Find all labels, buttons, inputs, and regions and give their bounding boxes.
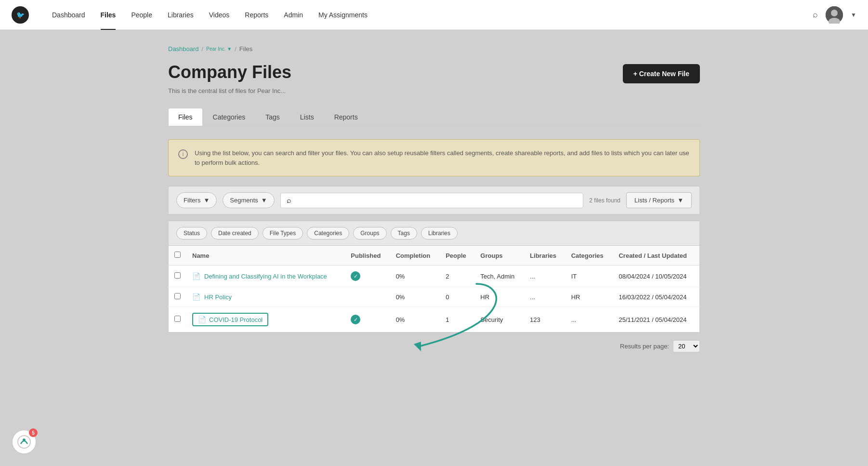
bottom-badge[interactable]: 5 — [12, 429, 37, 454]
select-all-checkbox[interactable] — [174, 252, 181, 258]
row2-checkbox[interactable] — [174, 293, 181, 299]
chevron-down-icon: ▼ — [227, 46, 232, 52]
row1-groups: Tech, Admin — [474, 266, 524, 287]
files-found: 2 files found — [589, 197, 620, 204]
row3-checkbox[interactable] — [174, 316, 181, 322]
page-title: Company Files — [168, 62, 291, 82]
search-icon[interactable]: ⌕ — [813, 10, 818, 20]
published-check-icon: ✓ — [351, 271, 360, 281]
col-created: Created / Last Updated — [613, 246, 699, 266]
col-groups: Groups — [474, 246, 524, 266]
nav-files[interactable]: Files — [93, 0, 124, 30]
row3-name-cell: 📄 COVID-19 Protocol — [186, 307, 345, 333]
filters-label: Filters — [184, 197, 200, 204]
row3-file-link[interactable]: COVID-19 Protocol — [209, 316, 263, 323]
row2-groups: HR — [474, 287, 524, 307]
row1-published-cell: ✓ — [345, 266, 390, 287]
col-libraries: Libraries — [524, 246, 566, 266]
nav-videos[interactable]: Videos — [201, 0, 237, 30]
nav-reports[interactable]: Reports — [237, 0, 276, 30]
published-check-icon: ✓ — [351, 315, 360, 324]
tab-reports[interactable]: Reports — [324, 108, 368, 126]
lists-reports-button[interactable]: Lists / Reports ▼ — [626, 192, 692, 208]
nav-people[interactable]: People — [123, 0, 160, 30]
chip-tags[interactable]: Tags — [391, 227, 417, 240]
search-input[interactable] — [295, 197, 578, 204]
filters-chevron-icon: ▼ — [203, 197, 210, 204]
avatar-chevron-icon[interactable]: ▼ — [851, 12, 856, 18]
svg-point-3 — [831, 10, 838, 16]
row3-published-cell: ✓ — [345, 307, 390, 333]
lists-reports-chevron-icon: ▼ — [677, 197, 684, 204]
filters-button[interactable]: Filters ▼ — [176, 192, 217, 208]
row2-file-link[interactable]: HR Policy — [204, 293, 232, 301]
segments-label: Segments — [230, 197, 258, 204]
navbar: 🐦 Dashboard Files People Libraries Video… — [0, 0, 868, 30]
nav-libraries[interactable]: Libraries — [160, 0, 201, 30]
row3-checkbox-cell — [169, 307, 187, 333]
nav-dashboard[interactable]: Dashboard — [44, 0, 93, 30]
tab-files[interactable]: Files — [168, 108, 203, 126]
row1-categories: IT — [566, 266, 613, 287]
row2-categories: HR — [566, 287, 613, 307]
row2-name-cell: 📄 HR Policy — [186, 287, 345, 307]
badge-icon — [17, 435, 31, 449]
row2-published-cell — [345, 287, 390, 307]
row3-categories: ... — [566, 307, 613, 333]
nav-admin[interactable]: Admin — [276, 0, 311, 30]
row1-completion: 0% — [390, 266, 440, 287]
row2-created: 16/03/2022 / 05/04/2024 — [613, 287, 699, 307]
row1-checkbox-cell — [169, 266, 187, 287]
row2-checkbox-cell — [169, 287, 187, 307]
nav-my-assignments[interactable]: My Assignments — [311, 0, 375, 30]
breadcrumb: Dashboard / Pear Inc. ▼ / Files — [168, 45, 700, 53]
row1-checkbox[interactable] — [174, 272, 181, 279]
row3-libraries: 123 — [524, 307, 566, 333]
chip-groups[interactable]: Groups — [353, 227, 386, 240]
chip-status[interactable]: Status — [176, 227, 207, 240]
info-box: i Using the list below, you can search a… — [168, 139, 700, 176]
tab-lists[interactable]: Lists — [290, 108, 324, 126]
svg-text:🐦: 🐦 — [16, 11, 25, 19]
tab-categories[interactable]: Categories — [203, 108, 256, 126]
row1-people: 2 — [440, 266, 474, 287]
row3-groups: Security — [474, 307, 524, 333]
breadcrumb-dashboard[interactable]: Dashboard — [168, 45, 199, 53]
breadcrumb-pear[interactable]: Pear Inc. ▼ — [206, 46, 232, 52]
row1-libraries: ... — [524, 266, 566, 287]
page-subtitle: This is the central list of files for Pe… — [168, 87, 700, 94]
lists-reports-label: Lists / Reports — [634, 197, 674, 204]
row3-people: 1 — [440, 307, 474, 333]
chip-date-created[interactable]: Date created — [211, 227, 259, 240]
chip-categories[interactable]: Categories — [307, 227, 349, 240]
file-doc-icon: 📄 — [198, 316, 206, 323]
file-table: Name Published Completion People Groups … — [168, 245, 700, 333]
file-doc-icon: 📄 — [192, 272, 200, 280]
tabs: Files Categories Tags Lists Reports — [168, 108, 700, 126]
tab-tags[interactable]: Tags — [255, 108, 290, 126]
col-completion: Completion — [390, 246, 440, 266]
segments-chevron-icon: ▼ — [261, 197, 267, 204]
avatar[interactable] — [826, 6, 843, 24]
info-icon: i — [178, 149, 188, 159]
chip-file-types[interactable]: File Types — [263, 227, 303, 240]
svg-point-7 — [23, 439, 26, 441]
row1-file-link[interactable]: Defining and Classifying AI in the Workp… — [204, 273, 327, 280]
segments-button[interactable]: Segments ▼ — [223, 192, 274, 208]
table-header-row: Name Published Completion People Groups … — [169, 246, 700, 266]
col-published: Published — [345, 246, 390, 266]
svg-point-6 — [18, 436, 30, 448]
row1-created: 08/04/2024 / 10/05/2024 — [613, 266, 699, 287]
info-text: Using the list below, you can search and… — [195, 148, 690, 167]
results-per-page-select[interactable]: 10 20 50 100 — [673, 340, 700, 352]
create-new-file-button[interactable]: + Create New File — [623, 64, 700, 83]
col-name: Name — [186, 246, 345, 266]
app-logo[interactable]: 🐦 — [12, 6, 29, 24]
table-row: 📄 COVID-19 Protocol ✓ 0% 1 Security 123 … — [169, 307, 700, 333]
row3-completion: 0% — [390, 307, 440, 333]
results-per-page-label: Results per page: — [620, 343, 669, 350]
search-bar: ⌕ — [280, 193, 584, 208]
col-categories: Categories — [566, 246, 613, 266]
breadcrumb-sep-2: / — [235, 45, 237, 53]
chip-libraries[interactable]: Libraries — [421, 227, 458, 240]
